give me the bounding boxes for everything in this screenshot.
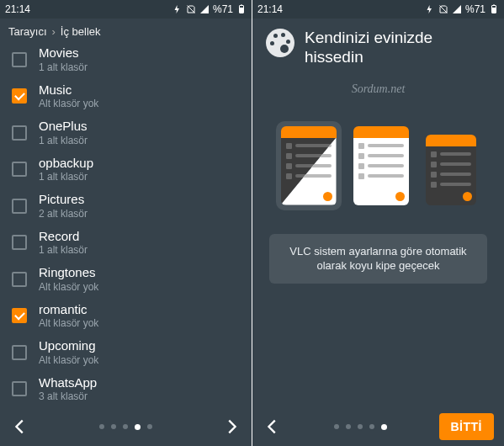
onboarding-header: Kendinizi evinizde hissedin — [252, 19, 504, 72]
charging-icon — [425, 4, 435, 14]
status-time: 21:14 — [257, 3, 283, 15]
palette-icon — [266, 29, 294, 57]
checkbox[interactable] — [12, 52, 27, 67]
checkbox[interactable] — [12, 345, 27, 360]
pager-dot[interactable] — [99, 424, 104, 429]
list-item[interactable]: OnePlus1 alt klasör — [0, 114, 252, 151]
folder-label: romantic — [39, 303, 98, 317]
screen-onboarding: 21:14 %71 Kendinizi evinizde hissedin So… — [252, 0, 504, 446]
battery-icon — [236, 4, 247, 14]
breadcrumb-current: İç bellek — [61, 25, 101, 38]
pager-dot[interactable] — [358, 424, 363, 429]
watermark-text: Sordum.net — [252, 82, 504, 96]
no-sim-icon — [186, 4, 196, 14]
chevron-right-icon: › — [52, 25, 56, 38]
pager-dot[interactable] — [369, 424, 374, 429]
checkbox[interactable] — [12, 162, 27, 177]
pager-dot[interactable] — [123, 424, 128, 429]
signal-icon — [199, 4, 210, 14]
svg-rect-2 — [241, 5, 242, 6]
list-item[interactable]: romanticAlt klasör yok — [0, 298, 252, 335]
list-item[interactable]: MusicAlt klasör yok — [0, 78, 252, 115]
folder-label: OnePlus — [39, 119, 88, 134]
theme-option-dark[interactable] — [421, 130, 481, 210]
folder-list: Movies1 alt klasörMusicAlt klasör yokOne… — [0, 41, 252, 407]
pager-dot[interactable] — [111, 424, 116, 429]
svg-rect-5 — [493, 5, 495, 6]
checkbox[interactable] — [12, 125, 27, 141]
pager-dot[interactable] — [381, 424, 387, 430]
no-sim-icon — [438, 4, 448, 14]
folder-subtext: 3 alt klasör — [39, 390, 97, 402]
folder-subtext: 1 alt klasör — [39, 135, 88, 146]
checkbox[interactable] — [12, 272, 27, 287]
pager-dot[interactable] — [147, 424, 152, 429]
folder-label: Record — [39, 230, 88, 244]
folder-subtext: 1 alt klasör — [39, 61, 88, 73]
checkbox[interactable] — [12, 308, 27, 323]
folder-subtext: Alt klasör yok — [39, 281, 98, 293]
folder-subtext: 1 alt klasör — [39, 171, 93, 183]
checkbox[interactable] — [12, 88, 27, 104]
list-item[interactable]: WhatsApp3 alt klasör — [0, 371, 252, 408]
folder-label: Ringtones — [39, 266, 98, 280]
screen-browser: 21:14 %71 Tarayıcı › İç bellek Movies1 a… — [0, 0, 252, 446]
status-bar: 21:14 %71 — [0, 0, 252, 19]
theme-option-light[interactable] — [348, 121, 414, 210]
status-icons: %71 — [425, 3, 499, 15]
folder-label: Pictures — [39, 193, 88, 207]
list-item[interactable]: UpcomingAlt klasör yok — [0, 334, 252, 371]
battery-text: %71 — [465, 3, 485, 15]
checkbox[interactable] — [12, 381, 27, 396]
svg-rect-4 — [492, 8, 496, 13]
theme-options — [252, 121, 504, 210]
next-button[interactable] — [221, 417, 241, 437]
pager-bar — [0, 407, 252, 446]
pager-dots — [99, 424, 152, 430]
list-item[interactable]: opbackup1 alt klasör — [0, 151, 252, 188]
prev-button[interactable] — [263, 417, 283, 437]
done-button[interactable]: BİTTİ — [439, 413, 495, 440]
list-item[interactable]: Movies1 alt klasör — [0, 41, 252, 78]
folder-label: WhatsApp — [39, 376, 97, 390]
checkbox[interactable] — [12, 235, 27, 250]
pager-dot[interactable] — [135, 424, 141, 430]
battery-text: %71 — [213, 3, 233, 15]
list-item[interactable]: Pictures2 alt klasör — [0, 188, 252, 225]
folder-subtext: Alt klasör yok — [39, 317, 98, 329]
onboarding-title: Kendinizi evinizde hissedin — [305, 29, 491, 67]
status-time: 21:14 — [5, 3, 30, 15]
folder-subtext: Alt klasör yok — [39, 98, 98, 109]
prev-button[interactable] — [10, 417, 30, 437]
list-item[interactable]: RingtonesAlt klasör yok — [0, 261, 252, 298]
charging-icon — [172, 4, 183, 14]
breadcrumb[interactable]: Tarayıcı › İç bellek — [0, 19, 252, 41]
folder-label: Music — [39, 83, 98, 98]
folder-label: Movies — [39, 46, 88, 61]
folder-label: Upcoming — [39, 339, 98, 353]
folder-subtext: 1 alt klasör — [39, 244, 88, 256]
list-item[interactable]: Record1 alt klasör — [0, 225, 252, 262]
theme-option-auto[interactable] — [276, 121, 342, 210]
status-icons: %71 — [172, 3, 247, 15]
signal-icon — [452, 4, 462, 14]
pager-dot[interactable] — [334, 424, 339, 429]
svg-rect-1 — [240, 8, 243, 13]
pager-bar: BİTTİ — [252, 407, 504, 446]
folder-subtext: 2 alt klasör — [39, 208, 88, 220]
checkbox[interactable] — [12, 199, 27, 214]
folder-subtext: Alt klasör yok — [39, 354, 98, 366]
info-message: VLC sistem ayarlarına göre otomatik olar… — [269, 234, 487, 284]
status-bar: 21:14 %71 — [252, 0, 504, 19]
pager-dot[interactable] — [346, 424, 351, 429]
battery-icon — [489, 4, 499, 14]
folder-label: opbackup — [39, 157, 93, 171]
breadcrumb-root: Tarayıcı — [8, 25, 47, 38]
pager-dots — [334, 424, 387, 430]
